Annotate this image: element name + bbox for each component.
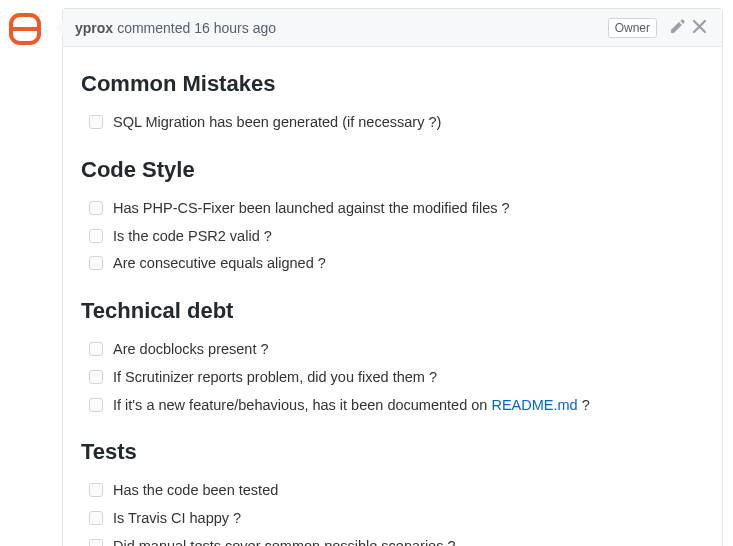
- checkbox[interactable]: [89, 342, 103, 356]
- checkbox[interactable]: [89, 539, 103, 546]
- checklist-item: Are docblocks present ?: [89, 336, 704, 364]
- pencil-icon: [671, 19, 685, 36]
- checklist-text: Has PHP-CS-Fixer been launched against t…: [113, 198, 510, 220]
- comment-time[interactable]: 16 hours ago: [194, 20, 276, 36]
- checklist-text: Are consecutive equals aligned ?: [113, 253, 326, 275]
- checklist-item: Has the code been tested: [89, 477, 704, 505]
- edit-button[interactable]: [667, 17, 689, 38]
- checklist-text: If Scrutinizer reports problem, did you …: [113, 367, 437, 389]
- checklist: Has PHP-CS-Fixer been launched against t…: [81, 195, 704, 278]
- checklist-item: SQL Migration has been generated (if nec…: [89, 109, 704, 137]
- section-heading: Tests: [81, 439, 704, 465]
- close-button[interactable]: [689, 18, 710, 38]
- checkbox[interactable]: [89, 511, 103, 525]
- comment-header: yprox commented 16 hours ago Owner: [63, 9, 722, 47]
- comment-arrow: [55, 20, 63, 36]
- checklist-item: If Scrutinizer reports problem, did you …: [89, 364, 704, 392]
- checklist-item: Is the code PSR2 valid ?: [89, 223, 704, 251]
- checklist-text: SQL Migration has been generated (if nec…: [113, 112, 441, 134]
- checklist-item: Has PHP-CS-Fixer been launched against t…: [89, 195, 704, 223]
- comment-verb: commented: [117, 20, 190, 36]
- comment-author[interactable]: yprox: [75, 20, 113, 36]
- checklist-text: Is the code PSR2 valid ?: [113, 226, 272, 248]
- checklist-item: Are consecutive equals aligned ?: [89, 250, 704, 278]
- avatar[interactable]: [6, 10, 44, 48]
- checklist: Has the code been tested Is Travis CI ha…: [81, 477, 704, 546]
- checklist-text: Did manual tests cover common possible s…: [113, 536, 456, 546]
- checkbox[interactable]: [89, 229, 103, 243]
- checklist-text: If it's a new feature/behavious, has it …: [113, 395, 590, 417]
- checkbox[interactable]: [89, 483, 103, 497]
- comment-body: Common Mistakes SQL Migration has been g…: [63, 47, 722, 546]
- section-heading: Technical debt: [81, 298, 704, 324]
- checklist-item: Did manual tests cover common possible s…: [89, 533, 704, 546]
- checkbox[interactable]: [89, 370, 103, 384]
- checkbox[interactable]: [89, 115, 103, 129]
- checkbox[interactable]: [89, 201, 103, 215]
- checklist-item: Is Travis CI happy ?: [89, 505, 704, 533]
- checklist: SQL Migration has been generated (if nec…: [81, 109, 704, 137]
- checklist-text: Is Travis CI happy ?: [113, 508, 241, 530]
- checkbox[interactable]: [89, 256, 103, 270]
- checklist-item: If it's a new feature/behavious, has it …: [89, 392, 704, 420]
- checklist: Are docblocks present ? If Scrutinizer r…: [81, 336, 704, 419]
- checkbox[interactable]: [89, 398, 103, 412]
- section-heading: Code Style: [81, 157, 704, 183]
- owner-badge: Owner: [608, 18, 657, 38]
- section-heading: Common Mistakes: [81, 71, 704, 97]
- checklist-text: Are docblocks present ?: [113, 339, 269, 361]
- comment-container: yprox commented 16 hours ago Owner Commo…: [0, 0, 733, 546]
- readme-link[interactable]: README.md: [491, 397, 577, 413]
- comment-box: yprox commented 16 hours ago Owner Commo…: [62, 8, 723, 546]
- close-icon: [693, 20, 706, 36]
- checklist-text: Has the code been tested: [113, 480, 278, 502]
